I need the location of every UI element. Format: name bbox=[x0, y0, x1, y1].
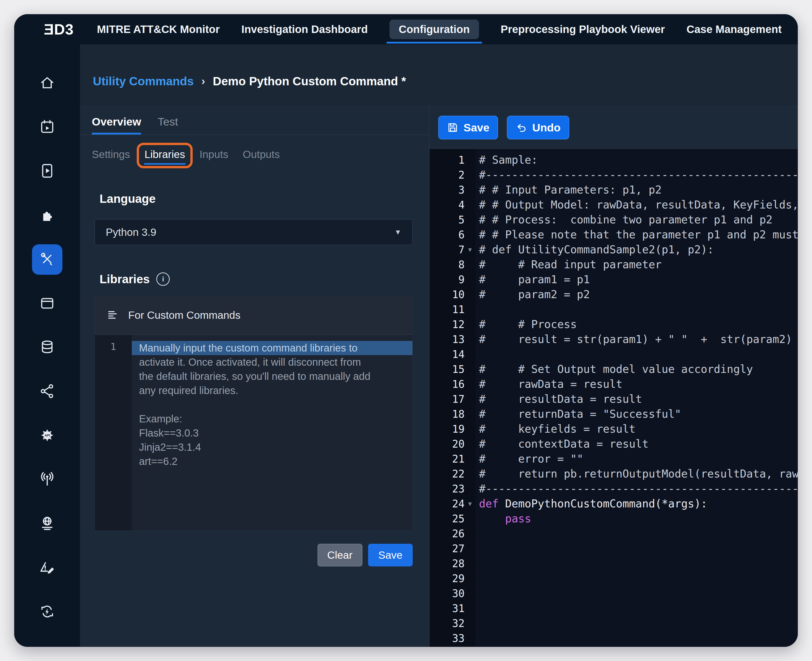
code-line: 27 bbox=[429, 541, 798, 556]
api-gear-icon: API bbox=[39, 427, 55, 444]
placeholder-line: Example: bbox=[132, 412, 412, 426]
clear-button[interactable]: Clear bbox=[317, 544, 362, 567]
sidebar-item-share-graph[interactable] bbox=[32, 377, 62, 407]
line-number: 33 bbox=[429, 631, 476, 646]
sidebar-item-api-gear[interactable]: API bbox=[32, 421, 62, 451]
code-line: 3# # Input Parameters: p1, p2 bbox=[429, 182, 798, 197]
code-line-text: # # Process bbox=[476, 317, 798, 332]
nav-tab-configuration[interactable]: Configuration bbox=[389, 19, 479, 39]
nav-tab-case-management[interactable]: Case Management bbox=[687, 14, 782, 44]
sidebar-item-integrations-puzzle[interactable] bbox=[32, 200, 62, 231]
code-line-text: pass bbox=[476, 511, 798, 526]
code-line: 17# resultData = result bbox=[429, 392, 798, 407]
main-area: Utility Commands › Demo Python Custom Co… bbox=[80, 44, 798, 647]
sidebar-item-database[interactable] bbox=[32, 332, 62, 363]
language-select[interactable]: Python 3.9 ▼ bbox=[94, 219, 413, 245]
line-number: 14 bbox=[429, 347, 476, 362]
line-number: 30 bbox=[429, 586, 476, 601]
overview-subtabs: SettingsLibrariesInputsOutputs bbox=[92, 145, 429, 163]
share-graph-icon bbox=[39, 383, 55, 400]
sync-lightning-icon bbox=[39, 604, 55, 621]
code-editor[interactable]: 1# Sample:2#----------------------------… bbox=[429, 149, 798, 647]
code-line-text: # returnData = "Successful" bbox=[476, 407, 798, 422]
fold-arrow-icon[interactable]: ▾ bbox=[464, 497, 476, 511]
code-line-text: # # Input Parameters: p1, p2 bbox=[476, 182, 798, 197]
sidebar-item-home[interactable] bbox=[32, 68, 62, 99]
tab-test[interactable]: Test bbox=[158, 115, 178, 134]
libraries-save-button[interactable]: Save bbox=[368, 544, 413, 567]
sidebar-item-web-globe[interactable] bbox=[32, 509, 62, 539]
line-number: 15 bbox=[429, 362, 476, 377]
subtab-outputs[interactable]: Outputs bbox=[243, 148, 280, 161]
nav-tab-preprocessing-playbook-viewer[interactable]: Preprocessing Playbook Viewer bbox=[501, 14, 665, 44]
code-line-text: # error = "" bbox=[476, 452, 798, 466]
content-panels: OverviewTest SettingsLibrariesInputsOutp… bbox=[80, 107, 798, 647]
utility-tools-icon bbox=[39, 251, 55, 268]
undo-button[interactable]: Undo bbox=[507, 116, 569, 139]
code-line-text bbox=[476, 571, 798, 586]
tab-overview[interactable]: Overview bbox=[92, 115, 141, 134]
nav-tab-investigation-dashboard[interactable]: Investigation Dashboard bbox=[242, 14, 368, 44]
placeholder-line: the default libraries, so you'll need to… bbox=[132, 369, 412, 383]
placeholder-line: art==6.2 bbox=[132, 454, 412, 468]
code-line-text bbox=[476, 601, 798, 616]
code-line-text: # # Process: combine two parameter p1 an… bbox=[476, 212, 798, 227]
info-icon[interactable]: i bbox=[156, 272, 170, 286]
code-line: 24▾def DemoPythonCustomCommand(*args): bbox=[429, 497, 798, 511]
code-line-text: # # Read input parameter bbox=[476, 257, 798, 272]
subtab-wrap-settings: Settings bbox=[92, 148, 130, 161]
sidebar-item-utility-tools[interactable] bbox=[32, 244, 62, 275]
code-line-text bbox=[476, 541, 798, 556]
code-line: 28 bbox=[429, 556, 798, 571]
code-line-text: # result = str(param1) + " " + str(param… bbox=[476, 332, 798, 347]
line-number: 13 bbox=[429, 332, 476, 347]
code-line-text: # # Output Model: rawData, resultData, K… bbox=[476, 197, 798, 212]
sidebar-item-incident-pencil[interactable] bbox=[32, 553, 62, 583]
subtab-settings[interactable]: Settings bbox=[92, 148, 130, 161]
subtab-wrap-inputs: Inputs bbox=[199, 148, 228, 161]
line-number: 20 bbox=[429, 437, 476, 452]
overview-tabs: OverviewTest bbox=[80, 107, 429, 135]
fold-arrow-icon[interactable]: ▾ bbox=[464, 242, 476, 257]
line-number: 28 bbox=[429, 556, 476, 571]
sidebar-item-broadcast[interactable] bbox=[32, 465, 62, 495]
line-number: 4 bbox=[429, 197, 476, 212]
svg-text:API: API bbox=[44, 434, 50, 437]
web-globe-icon bbox=[39, 516, 55, 532]
breadcrumb-parent-link[interactable]: Utility Commands bbox=[93, 74, 194, 88]
code-line-text: # resultData = result bbox=[476, 392, 798, 407]
sidebar-item-sync-lightning[interactable] bbox=[32, 597, 62, 627]
code-line: 23#-------------------------------------… bbox=[429, 481, 798, 497]
line-number: 19 bbox=[429, 422, 476, 437]
libraries-heading-row: Libraries i bbox=[99, 272, 429, 286]
libraries-editor-input[interactable]: Manually input the custom command librar… bbox=[132, 335, 412, 531]
line-number: 12 bbox=[429, 317, 476, 332]
home-icon bbox=[39, 75, 55, 92]
code-line: 25 pass bbox=[429, 511, 798, 526]
sidebar-item-window[interactable] bbox=[32, 288, 62, 319]
code-line: 7▾# def UtilityCommandSample2(p1, p2): bbox=[429, 242, 798, 257]
code-line-text: # Sample: bbox=[476, 153, 798, 168]
nav-tab-mitre-attack-monitor[interactable]: MITRE ATT&CK Monitor bbox=[97, 14, 220, 44]
placeholder-line: Jinja2==3.1.4 bbox=[132, 440, 412, 454]
line-number: 1 bbox=[429, 153, 476, 168]
libraries-heading: Libraries bbox=[99, 272, 150, 286]
line-number: 32 bbox=[429, 616, 476, 631]
code-line-text bbox=[476, 586, 798, 601]
code-line: 15# # Set Output model value accordingly bbox=[429, 362, 798, 377]
d3-logo: ƎD3 bbox=[44, 21, 74, 38]
save-button[interactable]: Save bbox=[438, 116, 498, 139]
subtab-libraries[interactable]: Libraries bbox=[144, 148, 185, 161]
line-number: 6 bbox=[429, 227, 476, 242]
code-panel: Save Undo 1# Sample:2#------------------… bbox=[429, 107, 798, 647]
subtab-inputs[interactable]: Inputs bbox=[199, 148, 228, 161]
incident-pencil-icon bbox=[39, 559, 55, 576]
playbook-calendar-icon bbox=[39, 119, 55, 136]
line-number: 31 bbox=[429, 601, 476, 616]
code-line: 31 bbox=[429, 601, 798, 616]
code-line: 21# error = "" bbox=[429, 452, 798, 466]
code-line: 29 bbox=[429, 571, 798, 586]
libraries-editor-gutter: 1 bbox=[94, 335, 132, 531]
sidebar-item-playbook-calendar[interactable] bbox=[32, 112, 62, 142]
sidebar-item-playbook-run[interactable] bbox=[32, 156, 62, 187]
